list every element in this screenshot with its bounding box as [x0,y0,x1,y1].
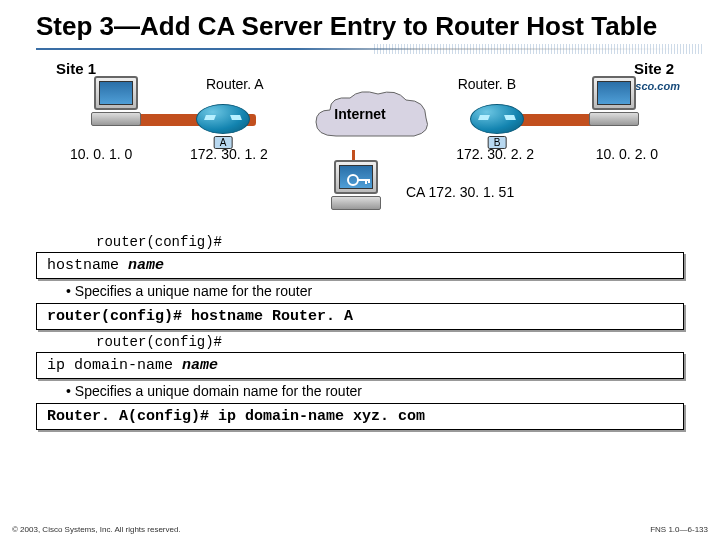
tower-icon [91,112,141,126]
tower-icon [331,196,381,210]
cmd-arg: name [128,257,164,274]
router-a-icon: A [196,104,250,134]
router-b-letter: B [488,136,507,149]
cmd: hostname [47,257,128,274]
prompt-1: router(config)# [96,234,684,250]
key-icon [345,168,373,192]
slide: Step 3—Add CA Server Entry to Router Hos… [0,0,720,540]
command-content: router(config)# hostname name Specifies … [36,234,684,430]
monitor-icon [592,76,636,110]
ca-label: CA 172. 30. 1. 51 [406,184,514,200]
site2-label: Site 2 [634,60,674,77]
slide-number: FNS 1.0—6-133 [650,525,708,534]
domain-example-box: Router. A(config)# ip domain-name xyz. c… [36,403,684,430]
network-diagram: Site 1 Site 2 Router. A Router. B A B In… [36,60,684,230]
domain-syntax-box: ip domain-name name [36,352,684,379]
router-a-letter: A [214,136,233,149]
router-b-icon: B [470,104,524,134]
cmd-arg: name [182,357,218,374]
copyright: © 2003, Cisco Systems, Inc. All rights r… [12,525,181,534]
svg-rect-1 [357,179,369,181]
svg-rect-2 [365,179,367,184]
ca-server-icon [326,160,386,210]
bullet-1: Specifies a unique name for the router [66,283,684,299]
prompt-2: router(config)# [96,334,684,350]
monitor-icon [94,76,138,110]
svg-point-0 [348,175,358,185]
cmd: ip domain-name [47,357,182,374]
host-pc-left [86,76,146,126]
monitor-icon [334,160,378,194]
hostname-syntax-box: hostname name [36,252,684,279]
svg-rect-3 [368,179,370,183]
pc2-ip: 10. 0. 2. 0 [596,146,658,162]
pc1-ip: 10. 0. 1. 0 [70,146,132,162]
host-pc-right [584,76,644,126]
router-a-name: Router. A [206,76,264,92]
router-b-name: Router. B [458,76,516,92]
hostname-example-box: router(config)# hostname Router. A [36,303,684,330]
tower-icon [589,112,639,126]
title-rule [36,48,684,50]
site1-label: Site 1 [56,60,96,77]
cloud-label: Internet [334,106,385,122]
page-title: Step 3—Add CA Server Entry to Router Hos… [36,12,684,42]
bullet-2: Specifies a unique domain name for the r… [66,383,684,399]
